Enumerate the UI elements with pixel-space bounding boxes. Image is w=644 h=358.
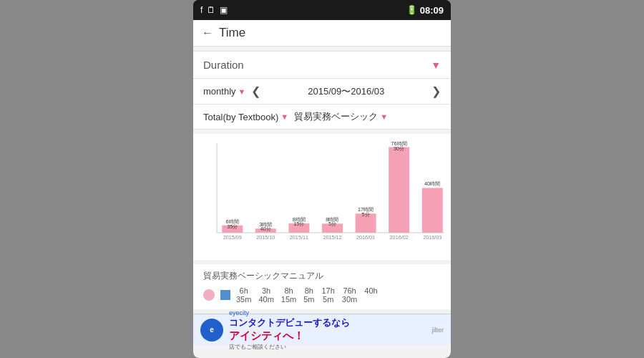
- svg-text:40分: 40分: [260, 226, 271, 232]
- ad-banner[interactable]: e eyecity コンタクトデビューするなら アイシティへ！ 店でもご相談くだ…: [193, 314, 451, 345]
- chart-container: 6時間 35分 2015/09 3時間 40分 2015/10 8時間 15分 …: [193, 134, 451, 260]
- textbook-arrow: ▼: [380, 112, 388, 121]
- duration-label: Duration: [203, 59, 244, 71]
- svg-text:2015/09: 2015/09: [223, 235, 242, 241]
- fb-icon: f: [200, 5, 203, 15]
- period-dropdown-arrow: ▼: [238, 87, 246, 96]
- svg-text:2015/10: 2015/10: [256, 235, 275, 241]
- legend-values: 6h35m 3h40m 8h15m 8h5m 17h5m 76h30m 40h: [236, 286, 378, 304]
- period-label: monthly: [203, 86, 236, 97]
- legend-val-2: 3h40m: [258, 286, 273, 304]
- bar-chart: 6時間 35分 2015/09 3時間 40分 2015/10 8時間 15分 …: [196, 140, 448, 254]
- total-arrow: ▼: [280, 112, 288, 121]
- ad-main: コンタクトデビューするなら: [229, 316, 350, 329]
- battery-icon: 🔋: [406, 5, 417, 15]
- prev-period-button[interactable]: ❮: [251, 84, 260, 98]
- duration-arrow: ▼: [431, 59, 441, 71]
- svg-text:2015/11: 2015/11: [290, 235, 308, 241]
- svg-text:5分: 5分: [362, 212, 370, 218]
- total-select[interactable]: Total(by Textbook) ▼: [203, 112, 288, 122]
- svg-text:40時間: 40時間: [424, 181, 440, 187]
- screen-icon: ▣: [220, 5, 228, 15]
- bar-2016-02: [389, 147, 409, 233]
- clipboard-icon: 🗒: [207, 5, 215, 15]
- period-select[interactable]: monthly ▼: [203, 86, 245, 97]
- app-header: ← Time: [193, 20, 451, 47]
- date-nav-row: monthly ▼ ❮ 2015/09〜2016/03 ❯: [193, 79, 451, 105]
- textbook-row: Total(by Textbook) ▼ 貿易実務ベーシック ▼: [193, 105, 451, 130]
- svg-text:2015/12: 2015/12: [323, 235, 341, 241]
- svg-text:30分: 30分: [394, 146, 404, 152]
- legend-val-3: 8h15m: [281, 286, 296, 304]
- bar-2016-03: [422, 188, 443, 233]
- legend-val-7: 40h: [364, 286, 377, 304]
- phone-frame: f 🗒 ▣ 🔋 08:09 ← Time Duration ▼ monthly …: [193, 0, 451, 358]
- page-title: Time: [219, 26, 245, 40]
- legend-val-6: 76h30m: [342, 286, 357, 304]
- app-content: ← Time Duration ▼ monthly ▼ ❮ 2015/09〜20…: [193, 20, 451, 358]
- status-bar: f 🗒 ▣ 🔋 08:09: [193, 0, 451, 20]
- status-left-icons: f 🗒 ▣: [200, 5, 228, 15]
- legend-book-icon: [220, 290, 230, 300]
- ad-tag: jilter: [431, 326, 444, 334]
- svg-text:15分: 15分: [293, 221, 304, 227]
- legend-circle: [203, 289, 215, 301]
- legend-val-4: 8h5m: [303, 286, 314, 304]
- legend-section: 貿易実務ベーシックマニュアル 6h35m 3h40m 8h15m 8h5m 17…: [193, 264, 451, 309]
- svg-text:2016/02: 2016/02: [390, 235, 409, 241]
- eyecity-logo-text: e: [210, 326, 214, 334]
- duration-dropdown[interactable]: Duration ▼: [193, 51, 451, 79]
- ad-brand: eyecity: [229, 309, 350, 316]
- ad-text: eyecity コンタクトデビューするなら アイシティへ！ 店でもご相談ください: [229, 309, 350, 351]
- legend-row: 6h35m 3h40m 8h15m 8h5m 17h5m 76h30m 40h: [203, 286, 441, 304]
- status-right-icons: 🔋 08:09: [406, 5, 444, 16]
- svg-text:35分: 35分: [227, 225, 238, 231]
- back-button[interactable]: ←: [202, 26, 213, 39]
- next-period-button[interactable]: ❯: [431, 84, 441, 98]
- textbook-select[interactable]: 貿易実務ベーシック ▼: [294, 110, 388, 123]
- ad-logo: e: [200, 319, 223, 342]
- legend-val-1: 6h35m: [236, 286, 251, 304]
- textbook-name-label: 貿易実務ベーシック: [294, 110, 378, 123]
- legend-title: 貿易実務ベーシックマニュアル: [203, 270, 441, 282]
- status-time: 08:09: [420, 5, 444, 16]
- svg-text:2016/03: 2016/03: [423, 235, 441, 241]
- ad-sub: 店でもご相談ください: [229, 343, 350, 351]
- date-range-label: 2015/09〜2016/03: [266, 85, 426, 98]
- svg-text:2016/01: 2016/01: [356, 235, 375, 241]
- total-label: Total(by Textbook): [203, 112, 278, 122]
- svg-text:5分: 5分: [328, 221, 336, 227]
- legend-val-5: 17h5m: [322, 286, 335, 304]
- ad-highlight: アイシティへ！: [229, 329, 350, 343]
